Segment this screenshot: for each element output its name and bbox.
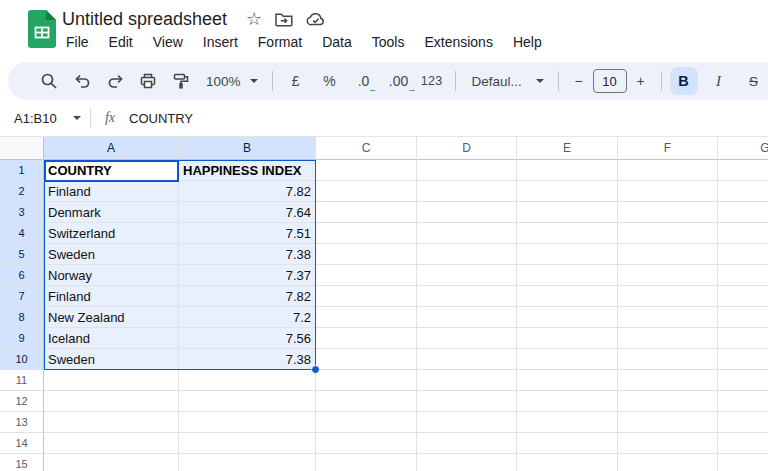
cell-A13[interactable] — [44, 412, 179, 433]
star-icon[interactable]: ☆ — [246, 10, 262, 28]
document-title[interactable]: Untitled spreadsheet — [62, 9, 227, 30]
cell-C2[interactable] — [316, 181, 417, 202]
cell-E8[interactable] — [517, 307, 618, 328]
cell-D4[interactable] — [417, 223, 517, 244]
row-header-8[interactable]: 8 — [0, 307, 44, 328]
cell-G10[interactable] — [718, 349, 768, 370]
cell-A8[interactable]: New Zealand — [44, 307, 179, 328]
cell-E10[interactable] — [517, 349, 618, 370]
cell-E14[interactable] — [517, 433, 618, 454]
cell-E15[interactable] — [517, 454, 618, 471]
row-header-7[interactable]: 7 — [0, 286, 44, 307]
cell-B4[interactable]: 7.51 — [179, 223, 316, 244]
cell-B5[interactable]: 7.38 — [179, 244, 316, 265]
cell-A9[interactable]: Iceland — [44, 328, 179, 349]
row-header-1[interactable]: 1 — [0, 160, 44, 181]
cell-E5[interactable] — [517, 244, 618, 265]
cell-C8[interactable] — [316, 307, 417, 328]
cell-G15[interactable] — [718, 454, 768, 471]
cell-B9[interactable]: 7.56 — [179, 328, 316, 349]
row-header-9[interactable]: 9 — [0, 328, 44, 349]
cell-B15[interactable] — [179, 454, 316, 471]
increase-font-size-button[interactable]: + — [629, 67, 653, 95]
cell-G14[interactable] — [718, 433, 768, 454]
cell-D8[interactable] — [417, 307, 517, 328]
cell-F1[interactable] — [618, 160, 718, 181]
row-header-15[interactable]: 15 — [0, 454, 44, 471]
row-header-10[interactable]: 10 — [0, 349, 44, 370]
cell-A15[interactable] — [44, 454, 179, 471]
cell-G2[interactable] — [718, 181, 768, 202]
redo-button[interactable] — [100, 67, 130, 95]
format-percent-button[interactable]: % — [315, 67, 345, 95]
cell-F14[interactable] — [618, 433, 718, 454]
cell-F15[interactable] — [618, 454, 718, 471]
cloud-saved-icon[interactable] — [306, 12, 326, 27]
cell-C1[interactable] — [316, 160, 417, 181]
cell-E6[interactable] — [517, 265, 618, 286]
column-header-A[interactable]: A — [44, 137, 179, 160]
cell-B11[interactable] — [179, 370, 316, 391]
cell-A2[interactable]: Finland — [44, 181, 179, 202]
column-header-B[interactable]: B — [179, 137, 316, 160]
cell-D14[interactable] — [417, 433, 517, 454]
cell-A5[interactable]: Sweden — [44, 244, 179, 265]
column-header-E[interactable]: E — [517, 137, 618, 160]
menu-insert[interactable]: Insert — [201, 32, 240, 52]
search-button[interactable] — [34, 67, 64, 95]
cell-D15[interactable] — [417, 454, 517, 471]
cell-D10[interactable] — [417, 349, 517, 370]
cell-E12[interactable] — [517, 391, 618, 412]
row-header-5[interactable]: 5 — [0, 244, 44, 265]
cell-D11[interactable] — [417, 370, 517, 391]
cell-F11[interactable] — [618, 370, 718, 391]
cell-B6[interactable]: 7.37 — [179, 265, 316, 286]
row-header-13[interactable]: 13 — [0, 412, 44, 433]
cell-G9[interactable] — [718, 328, 768, 349]
cell-D3[interactable] — [417, 202, 517, 223]
cell-E1[interactable] — [517, 160, 618, 181]
cell-C10[interactable] — [316, 349, 417, 370]
menu-edit[interactable]: Edit — [107, 32, 135, 52]
cell-B14[interactable] — [179, 433, 316, 454]
cell-G7[interactable] — [718, 286, 768, 307]
zoom-selector[interactable]: 100% — [200, 74, 264, 89]
cell-D6[interactable] — [417, 265, 517, 286]
cell-C13[interactable] — [316, 412, 417, 433]
menu-tools[interactable]: Tools — [370, 32, 407, 52]
select-all-corner[interactable] — [0, 137, 44, 160]
cell-D7[interactable] — [417, 286, 517, 307]
folder-move-icon[interactable] — [275, 12, 293, 27]
row-header-4[interactable]: 4 — [0, 223, 44, 244]
cell-C11[interactable] — [316, 370, 417, 391]
cell-D9[interactable] — [417, 328, 517, 349]
menu-view[interactable]: View — [151, 32, 185, 52]
font-selector[interactable]: Defaul... — [464, 74, 550, 89]
cell-F12[interactable] — [618, 391, 718, 412]
cell-F7[interactable] — [618, 286, 718, 307]
cell-B8[interactable]: 7.2 — [179, 307, 316, 328]
cell-G4[interactable] — [718, 223, 768, 244]
cell-D12[interactable] — [417, 391, 517, 412]
google-sheets-logo-icon[interactable] — [28, 10, 56, 48]
cell-F4[interactable] — [618, 223, 718, 244]
cell-G5[interactable] — [718, 244, 768, 265]
cell-F2[interactable] — [618, 181, 718, 202]
row-header-3[interactable]: 3 — [0, 202, 44, 223]
cell-C7[interactable] — [316, 286, 417, 307]
cell-E7[interactable] — [517, 286, 618, 307]
fill-handle[interactable] — [311, 365, 320, 374]
cell-G11[interactable] — [718, 370, 768, 391]
column-header-G[interactable]: G — [718, 137, 768, 160]
cell-E9[interactable] — [517, 328, 618, 349]
decrease-decimal-button[interactable]: .0← — [349, 67, 379, 95]
cell-G8[interactable] — [718, 307, 768, 328]
cell-C6[interactable] — [316, 265, 417, 286]
row-header-14[interactable]: 14 — [0, 433, 44, 454]
cell-B13[interactable] — [179, 412, 316, 433]
cell-B7[interactable]: 7.82 — [179, 286, 316, 307]
cell-C14[interactable] — [316, 433, 417, 454]
cell-A3[interactable]: Denmark — [44, 202, 179, 223]
cell-A10[interactable]: Sweden — [44, 349, 179, 370]
cell-D13[interactable] — [417, 412, 517, 433]
